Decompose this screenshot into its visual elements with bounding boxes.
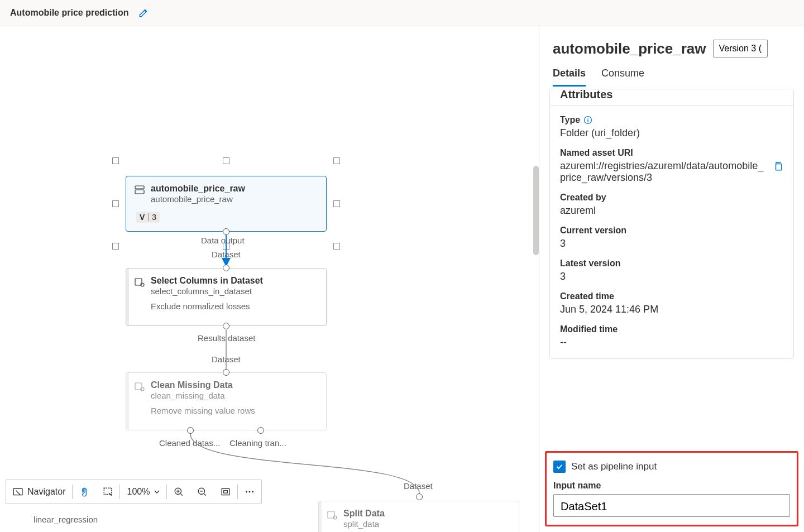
navigator-button[interactable]: Navigator [6,480,72,504]
selection-handle[interactable] [333,200,340,207]
node-select-columns[interactable]: Select Columns in Dataset select_columns… [126,268,327,326]
node-subtitle: select_columns_in_dataset [151,286,263,296]
pan-button[interactable] [73,480,96,504]
node-subtitle: split_data [343,519,385,529]
node-linear-regression-partial: linear_regression [34,515,98,524]
selection-handle[interactable] [112,200,119,207]
page-title: Automobile price prediction [10,8,128,18]
pipeline-canvas[interactable]: automobile_price_raw automobile_price_ra… [0,26,539,532]
pencil-icon [138,8,149,18]
canvas-toolbar: Navigator 100% [6,480,262,504]
modifiedtime-value: -- [560,337,783,348]
panel-asset-name: automobile_price_raw [553,40,706,57]
chevron-down-icon [154,489,160,495]
more-button[interactable] [238,480,261,504]
port-label: Results dataset [198,333,255,343]
createdby-label: Created by [560,193,783,203]
zoom-level-button[interactable]: 100% [120,480,166,504]
output-port[interactable] [223,228,229,235]
module-icon [134,276,145,287]
node-title: Clean Missing Data [151,380,233,391]
fit-button[interactable] [214,480,237,504]
latestver-label: Latest version [560,258,783,269]
currentver-value: 3 [560,238,783,250]
port-label: Cleaned datas... [159,438,220,448]
pipeline-input-section: Set as pipeline input Input name [545,451,798,526]
node-title: Split Data [343,508,385,519]
zoom-in-button[interactable] [167,480,190,504]
createdtime-value: Jun 5, 2024 11:46 PM [560,304,783,315]
input-name-label: Input name [553,481,790,491]
attributes-heading: Attributes [560,87,783,101]
svg-point-7 [333,516,337,519]
module-icon [327,509,338,520]
createdtime-label: Created time [560,291,783,301]
select-icon [103,487,113,497]
svg-point-3 [141,283,144,286]
uri-value: azureml://registries/azureml/data/automo… [560,160,768,184]
input-port[interactable] [223,265,229,271]
modifiedtime-label: Modified time [560,324,783,334]
navigator-icon [13,487,23,497]
output-port[interactable] [257,427,264,434]
more-icon [245,487,255,497]
port-label: Dataset [404,481,433,491]
createdby-value: azureml [560,205,783,217]
copy-uri-button[interactable] [773,161,783,171]
selection-handle[interactable] [333,157,340,164]
type-label: Type [560,115,783,125]
dataset-icon [134,184,145,195]
zoom-in-icon [174,487,184,497]
node-clean-missing-data[interactable]: Clean Missing Data clean_missing_data Re… [126,372,327,430]
canvas-scrollbar[interactable] [533,166,539,255]
svg-rect-12 [222,488,230,495]
svg-rect-13 [224,491,228,493]
node-title: Select Columns in Dataset [151,275,263,286]
selection-handle[interactable] [112,157,119,164]
svg-rect-8 [13,488,22,495]
svg-rect-18 [776,164,782,170]
selection-handle[interactable] [333,243,340,250]
input-name-field[interactable] [553,494,790,517]
set-as-pipeline-input-label: Set as pipeline input [571,461,657,472]
set-as-pipeline-input-checkbox[interactable] [553,461,566,473]
hand-icon [79,487,89,497]
node-description: Exclude normalized losses [126,301,326,317]
zoom-level-label: 100% [127,487,150,497]
tab-details[interactable]: Details [553,68,586,87]
node-split-data[interactable]: Split Data split_data [318,501,519,532]
selection-handle[interactable] [112,243,119,250]
output-port[interactable] [187,427,194,434]
node-automobile-price-raw[interactable]: automobile_price_raw automobile_price_ra… [126,176,327,232]
node-description: Remove missing value rows [126,406,326,421]
type-value: Folder (uri_folder) [560,127,783,139]
node-title: automobile_price_raw [151,183,245,194]
svg-rect-9 [104,488,112,494]
svg-rect-0 [135,186,144,189]
uri-label: Named asset URI [560,148,783,158]
zoom-out-button[interactable] [190,480,214,504]
details-panel: automobile_price_raw Version 3 ( Details… [539,26,804,532]
navigator-label: Navigator [27,487,65,497]
output-port[interactable] [223,323,229,329]
info-icon[interactable] [583,116,592,124]
module-icon [134,381,145,392]
selection-handle[interactable] [223,157,229,164]
latestver-value: 3 [560,271,783,282]
svg-rect-1 [135,190,144,194]
copy-icon [773,161,783,171]
version-select[interactable]: Version 3 ( [713,40,768,57]
currentver-label: Current version [560,226,783,236]
tab-consume[interactable]: Consume [601,68,644,87]
port-label: Cleaning tran... [229,438,286,448]
input-port[interactable] [223,369,229,376]
port-label: Data output [201,236,245,245]
svg-point-15 [249,491,251,493]
node-subtitle: clean_missing_data [151,391,233,400]
select-button[interactable] [96,480,119,504]
edit-title-button[interactable] [136,6,151,20]
input-port[interactable] [416,493,423,500]
svg-point-16 [252,491,254,493]
page-header: Automobile price prediction [0,0,804,26]
port-label: Dataset [212,250,241,259]
